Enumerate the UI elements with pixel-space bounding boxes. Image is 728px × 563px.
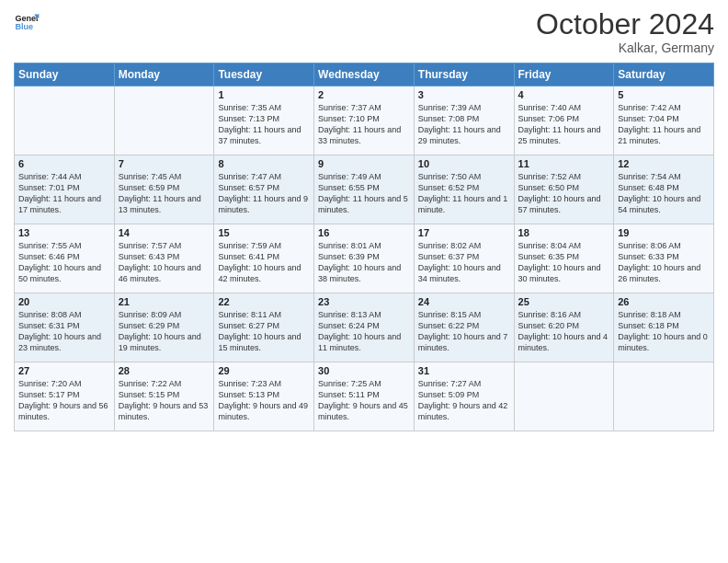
day-number: 1 xyxy=(218,89,310,100)
calendar-day-cell: 18Sunrise: 8:04 AMSunset: 6:35 PMDayligh… xyxy=(514,224,614,293)
day-info: Sunrise: 7:20 AMSunset: 5:17 PMDaylight:… xyxy=(18,378,110,423)
svg-text:Blue: Blue xyxy=(15,22,33,31)
day-number: 23 xyxy=(318,296,410,307)
day-info: Sunrise: 8:04 AMSunset: 6:35 PMDaylight:… xyxy=(518,240,610,285)
day-number: 25 xyxy=(518,296,610,307)
calendar-day-cell xyxy=(15,86,115,155)
day-info: Sunrise: 7:42 AMSunset: 7:04 PMDaylight:… xyxy=(618,102,710,147)
day-info: Sunrise: 8:13 AMSunset: 6:24 PMDaylight:… xyxy=(318,309,410,354)
month-title: October 2024 xyxy=(536,9,714,39)
day-info: Sunrise: 8:06 AMSunset: 6:33 PMDaylight:… xyxy=(618,240,710,285)
day-of-week-header: Monday xyxy=(114,63,214,86)
calendar-day-cell: 4Sunrise: 7:40 AMSunset: 7:06 PMDaylight… xyxy=(514,86,614,155)
day-number: 7 xyxy=(119,158,210,169)
calendar-day-cell: 31Sunrise: 7:27 AMSunset: 5:09 PMDayligh… xyxy=(414,362,514,431)
logo: General Blue General Blue xyxy=(14,9,40,35)
day-info: Sunrise: 7:55 AMSunset: 6:46 PMDaylight:… xyxy=(18,240,110,285)
calendar-day-cell: 10Sunrise: 7:50 AMSunset: 6:52 PMDayligh… xyxy=(414,155,514,224)
calendar-day-cell: 17Sunrise: 8:02 AMSunset: 6:37 PMDayligh… xyxy=(414,224,514,293)
calendar-day-cell: 11Sunrise: 7:52 AMSunset: 6:50 PMDayligh… xyxy=(514,155,614,224)
day-info: Sunrise: 7:27 AMSunset: 5:09 PMDaylight:… xyxy=(418,378,510,423)
calendar-day-cell: 26Sunrise: 8:18 AMSunset: 6:18 PMDayligh… xyxy=(614,293,714,362)
day-info: Sunrise: 7:52 AMSunset: 6:50 PMDaylight:… xyxy=(518,171,610,216)
day-of-week-header: Friday xyxy=(514,63,614,86)
day-of-week-header: Wednesday xyxy=(314,63,415,86)
calendar-day-cell: 2Sunrise: 7:37 AMSunset: 7:10 PMDaylight… xyxy=(314,86,415,155)
day-number: 6 xyxy=(18,158,110,169)
day-of-week-header: Tuesday xyxy=(214,63,314,86)
calendar-day-cell xyxy=(114,86,214,155)
header: General Blue General Blue October 2024 K… xyxy=(14,9,714,55)
calendar-day-cell: 9Sunrise: 7:49 AMSunset: 6:55 PMDaylight… xyxy=(314,155,415,224)
calendar-day-cell: 3Sunrise: 7:39 AMSunset: 7:08 PMDaylight… xyxy=(414,86,514,155)
day-info: Sunrise: 8:08 AMSunset: 6:31 PMDaylight:… xyxy=(18,309,110,354)
calendar-day-cell: 24Sunrise: 8:15 AMSunset: 6:22 PMDayligh… xyxy=(414,293,514,362)
day-number: 8 xyxy=(218,158,310,169)
calendar-day-cell: 28Sunrise: 7:22 AMSunset: 5:15 PMDayligh… xyxy=(114,362,214,431)
location: Kalkar, Germany xyxy=(536,40,714,55)
day-info: Sunrise: 7:49 AMSunset: 6:55 PMDaylight:… xyxy=(318,171,410,216)
day-number: 21 xyxy=(119,296,210,307)
day-of-week-header: Saturday xyxy=(614,63,714,86)
day-number: 29 xyxy=(218,365,310,376)
calendar-day-cell: 13Sunrise: 7:55 AMSunset: 6:46 PMDayligh… xyxy=(15,224,115,293)
day-info: Sunrise: 8:15 AMSunset: 6:22 PMDaylight:… xyxy=(418,309,510,354)
day-number: 4 xyxy=(518,89,610,100)
day-number: 2 xyxy=(318,89,410,100)
calendar-day-cell: 8Sunrise: 7:47 AMSunset: 6:57 PMDaylight… xyxy=(214,155,314,224)
day-number: 24 xyxy=(418,296,510,307)
calendar-day-cell: 29Sunrise: 7:23 AMSunset: 5:13 PMDayligh… xyxy=(214,362,314,431)
day-number: 22 xyxy=(218,296,310,307)
calendar-day-cell xyxy=(614,362,714,431)
day-number: 14 xyxy=(119,227,210,238)
calendar-week-row: 27Sunrise: 7:20 AMSunset: 5:17 PMDayligh… xyxy=(15,362,714,431)
calendar-day-cell: 30Sunrise: 7:25 AMSunset: 5:11 PMDayligh… xyxy=(314,362,415,431)
calendar-week-row: 6Sunrise: 7:44 AMSunset: 7:01 PMDaylight… xyxy=(15,155,714,224)
calendar-day-cell: 12Sunrise: 7:54 AMSunset: 6:48 PMDayligh… xyxy=(614,155,714,224)
day-info: Sunrise: 7:25 AMSunset: 5:11 PMDaylight:… xyxy=(318,378,410,423)
day-number: 3 xyxy=(418,89,510,100)
calendar-container: General Blue General Blue October 2024 K… xyxy=(0,0,728,436)
calendar-day-cell: 6Sunrise: 7:44 AMSunset: 7:01 PMDaylight… xyxy=(15,155,115,224)
calendar-table: SundayMondayTuesdayWednesdayThursdayFrid… xyxy=(14,63,714,431)
day-number: 30 xyxy=(318,365,410,376)
day-number: 27 xyxy=(18,365,110,376)
day-info: Sunrise: 8:09 AMSunset: 6:29 PMDaylight:… xyxy=(119,309,210,354)
day-of-week-header: Sunday xyxy=(15,63,115,86)
day-info: Sunrise: 8:01 AMSunset: 6:39 PMDaylight:… xyxy=(318,240,410,285)
day-info: Sunrise: 7:57 AMSunset: 6:43 PMDaylight:… xyxy=(119,240,210,285)
calendar-week-row: 20Sunrise: 8:08 AMSunset: 6:31 PMDayligh… xyxy=(15,293,714,362)
calendar-day-cell: 25Sunrise: 8:16 AMSunset: 6:20 PMDayligh… xyxy=(514,293,614,362)
calendar-day-cell: 23Sunrise: 8:13 AMSunset: 6:24 PMDayligh… xyxy=(314,293,415,362)
days-header-row: SundayMondayTuesdayWednesdayThursdayFrid… xyxy=(15,63,714,86)
day-number: 26 xyxy=(618,296,710,307)
day-info: Sunrise: 7:37 AMSunset: 7:10 PMDaylight:… xyxy=(318,102,410,147)
title-section: October 2024 Kalkar, Germany xyxy=(536,9,714,55)
day-info: Sunrise: 8:11 AMSunset: 6:27 PMDaylight:… xyxy=(218,309,310,354)
day-number: 10 xyxy=(418,158,510,169)
day-info: Sunrise: 7:35 AMSunset: 7:13 PMDaylight:… xyxy=(218,102,310,147)
day-number: 9 xyxy=(318,158,410,169)
day-info: Sunrise: 7:50 AMSunset: 6:52 PMDaylight:… xyxy=(418,171,510,216)
day-number: 5 xyxy=(618,89,710,100)
calendar-day-cell: 14Sunrise: 7:57 AMSunset: 6:43 PMDayligh… xyxy=(114,224,214,293)
calendar-day-cell: 27Sunrise: 7:20 AMSunset: 5:17 PMDayligh… xyxy=(15,362,115,431)
day-number: 13 xyxy=(18,227,110,238)
day-info: Sunrise: 7:54 AMSunset: 6:48 PMDaylight:… xyxy=(618,171,710,216)
day-number: 31 xyxy=(418,365,510,376)
day-number: 15 xyxy=(218,227,310,238)
calendar-day-cell: 19Sunrise: 8:06 AMSunset: 6:33 PMDayligh… xyxy=(614,224,714,293)
day-of-week-header: Thursday xyxy=(414,63,514,86)
day-number: 11 xyxy=(518,158,610,169)
day-info: Sunrise: 8:02 AMSunset: 6:37 PMDaylight:… xyxy=(418,240,510,285)
calendar-week-row: 13Sunrise: 7:55 AMSunset: 6:46 PMDayligh… xyxy=(15,224,714,293)
day-number: 12 xyxy=(618,158,710,169)
day-info: Sunrise: 7:22 AMSunset: 5:15 PMDaylight:… xyxy=(119,378,210,423)
calendar-day-cell: 22Sunrise: 8:11 AMSunset: 6:27 PMDayligh… xyxy=(214,293,314,362)
calendar-day-cell: 20Sunrise: 8:08 AMSunset: 6:31 PMDayligh… xyxy=(15,293,115,362)
calendar-day-cell xyxy=(514,362,614,431)
day-info: Sunrise: 7:23 AMSunset: 5:13 PMDaylight:… xyxy=(218,378,310,423)
day-number: 18 xyxy=(518,227,610,238)
day-info: Sunrise: 7:44 AMSunset: 7:01 PMDaylight:… xyxy=(18,171,110,216)
day-info: Sunrise: 7:45 AMSunset: 6:59 PMDaylight:… xyxy=(119,171,210,216)
